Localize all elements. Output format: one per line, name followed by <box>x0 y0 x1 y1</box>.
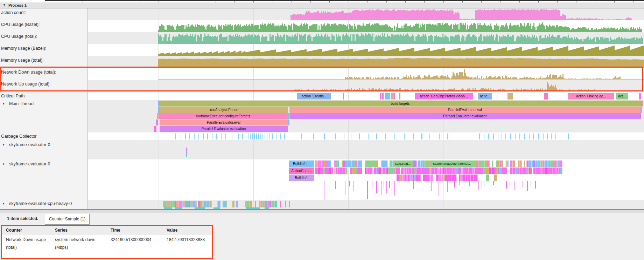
cell-counter-line2: (total) <box>6 245 17 250</box>
analysis-panel: 1 item selected. Counter Sample (1) Coun… <box>0 213 644 260</box>
track-label[interactable]: skyframe-evaluator-cpu-heavy-0 <box>9 201 72 206</box>
track-label: Garbage Collector <box>1 134 36 139</box>
trace-slice[interactable]: buildTargets <box>159 101 641 107</box>
track-label: Network Up usage (total): <box>1 82 51 87</box>
col-header-series[interactable]: Series <box>55 228 68 233</box>
trace-slice-small[interactable] <box>343 93 344 100</box>
trace-slice[interactable]: ParallelEvaluator.eval <box>160 119 288 125</box>
trace-slice[interactable]: stag.stag... <box>393 160 413 167</box>
trace-slice-small[interactable] <box>641 101 643 107</box>
track-label: Memory usage (Bazel): <box>1 46 46 51</box>
trace-slice[interactable]: Parallel Evaluator evaluation <box>289 113 641 119</box>
col-header-time[interactable]: Time <box>111 228 120 233</box>
trace-slice[interactable]: Parallel Evaluator evaluation <box>160 126 288 132</box>
selection-status: 1 item selected. <box>7 216 38 221</box>
slice-layer: action 'Creatin...action 'GenObjcProtos … <box>0 8 644 209</box>
trace-slice-small[interactable] <box>232 201 234 207</box>
trace-slice-small[interactable] <box>494 175 497 181</box>
cell-series-line1: system network down <box>55 237 95 242</box>
col-header-value[interactable]: Value <box>167 228 177 233</box>
trace-slice-small[interactable] <box>391 93 393 100</box>
trace-slice-small[interactable] <box>380 93 382 100</box>
trace-slice-small[interactable] <box>287 113 289 119</box>
counter-sample-table: Counter Series Time Value Network Down u… <box>1 225 213 259</box>
trace-slice-small[interactable] <box>156 119 158 125</box>
trace-slice[interactable]: action 'Linking go... <box>568 93 614 100</box>
track-label: CPU usage (total): <box>1 34 37 39</box>
table-header-row: Counter Series Time Value <box>2 226 212 235</box>
collapse-triangle-icon[interactable]: ▾ <box>3 162 5 166</box>
trace-slice-small[interactable] <box>393 93 395 100</box>
trace-slice[interactable]: skyframeExecutor.configureTargets <box>159 113 287 119</box>
trace-slice-small[interactable] <box>399 93 400 100</box>
track-label: Memory usage (total): <box>1 58 44 63</box>
trace-slice[interactable]: runAnalysisPhase <box>160 107 288 113</box>
trace-slice-small[interactable] <box>544 93 548 100</box>
cell-value: 184.1793113323983 <box>167 237 205 242</box>
cell-counter-line1: Network Down usage <box>6 237 46 242</box>
trace-slice[interactable]: stagemanagement.remot... <box>429 160 475 167</box>
timeline-ruler[interactable] <box>0 0 644 2</box>
track-label: Critical Path <box>1 94 24 98</box>
trace-slice[interactable]: BuildInfo <box>289 175 314 181</box>
trace-slice-small[interactable] <box>486 175 489 181</box>
track-label: action count: <box>1 10 26 15</box>
collapse-triangle-icon[interactable]: ▾ <box>4 3 5 7</box>
trace-slice-small[interactable] <box>154 126 156 132</box>
tab-counter-sample[interactable]: Counter Sample (1) <box>45 214 90 225</box>
trace-slice[interactable]: act... <box>616 93 628 100</box>
trace-slice-small[interactable] <box>236 201 238 207</box>
trace-slice-small[interactable] <box>280 201 281 207</box>
track-label: CPU usage (Bazel): <box>1 22 40 27</box>
trace-slice-small[interactable] <box>385 93 390 100</box>
track-label[interactable]: skyframe-evaluator-0 <box>9 162 50 166</box>
track-label[interactable]: Main Thread <box>9 101 34 106</box>
cell-time: 324190.51300000004 <box>111 237 152 242</box>
trace-slice-small[interactable] <box>382 93 384 100</box>
collapse-triangle-icon[interactable]: ▾ <box>3 143 5 146</box>
trace-slice-small[interactable] <box>289 201 290 207</box>
track-label[interactable]: skyframe-evaluator-0 <box>9 142 50 147</box>
trace-slice-small[interactable] <box>285 201 286 207</box>
trace-slice-small[interactable] <box>640 107 642 113</box>
collapse-triangle-icon[interactable]: ▾ <box>3 202 5 205</box>
track-label: Network Down usage (total): <box>1 70 56 75</box>
trace-slice-small[interactable] <box>365 160 375 167</box>
collapse-triangle-icon[interactable]: ▾ <box>3 102 5 105</box>
trace-slice[interactable]: BuildInfo ... <box>289 160 314 167</box>
trace-slice-small[interactable] <box>288 119 289 125</box>
trace-slice-small[interactable] <box>497 93 497 100</box>
process-header[interactable]: ▾ Process 1 <box>0 2 644 8</box>
timeline-area[interactable]: action 'Creatin...action 'GenObjcProtos … <box>0 8 644 209</box>
track-sidebar: action count:CPU usage (Bazel):CPU usage… <box>0 8 88 209</box>
trace-slice-small[interactable] <box>507 93 513 100</box>
trace-slice[interactable]: ParallelEvaluator.eval <box>289 107 640 113</box>
trace-viewer-window: ▾ Process 1 action 'Creatin...action 'Ge… <box>0 0 644 260</box>
trace-slice-small[interactable] <box>639 93 641 100</box>
cell-series-line2: (Mbps) <box>55 245 68 250</box>
col-header-counter[interactable]: Counter <box>6 228 22 233</box>
trace-slice[interactable]: ActionConti... <box>289 167 314 174</box>
trace-slice[interactable]: action 'Creatin... <box>297 93 331 100</box>
trace-slice[interactable]: actio... <box>478 93 492 100</box>
process-title: Process 1 <box>8 3 27 7</box>
trace-slice[interactable]: action 'GenObjcProtos video/... <box>415 93 473 100</box>
